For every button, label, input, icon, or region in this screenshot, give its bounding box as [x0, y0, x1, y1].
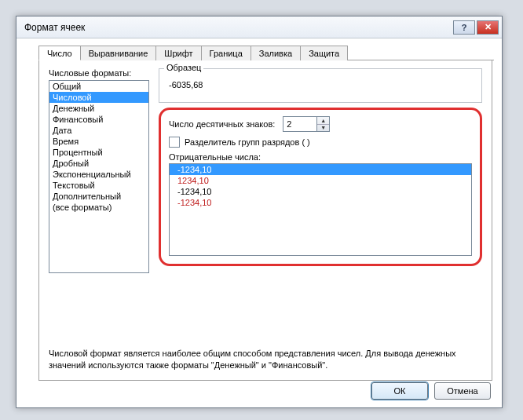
- category-item[interactable]: Общий: [49, 81, 148, 92]
- format-description: Числовой формат является наиболее общим …: [49, 348, 482, 371]
- spinner-arrows[interactable]: ▲ ▼: [317, 116, 330, 132]
- negatives-label: Отрицательные числа:: [169, 152, 472, 162]
- category-column: Числовые форматы: ОбщийЧисловойДенежныйФ…: [49, 68, 149, 273]
- tab-strip: ЧислоВыравниваниеШрифтГраницаЗаливкаЗащи…: [38, 45, 494, 60]
- dialog-window: Формат ячеек ? ✕ ЧислоВыравниваниеШрифтГ…: [16, 16, 503, 408]
- negative-format-item[interactable]: -1234,10: [170, 164, 471, 175]
- decimals-label: Число десятичных знаков:: [169, 119, 275, 129]
- tab-pane-number: Числовые форматы: ОбщийЧисловойДенежныйФ…: [38, 60, 492, 381]
- client-area: ЧислоВыравниваниеШрифтГраницаЗаливкаЗащи…: [16, 38, 502, 407]
- tab-0[interactable]: Число: [38, 46, 81, 60]
- negatives-list[interactable]: -1234,101234,10-1234,10-1234,10: [169, 163, 472, 256]
- thousands-separator-label: Разделитель групп разрядов ( ): [185, 137, 310, 147]
- category-item[interactable]: (все форматы): [49, 202, 148, 213]
- chevron-down-icon[interactable]: ▼: [317, 125, 329, 132]
- sample-value: -6035,68: [169, 80, 477, 89]
- tab-5[interactable]: Защита: [300, 46, 348, 60]
- negative-format-item[interactable]: -1234,10: [170, 197, 471, 208]
- chevron-up-icon[interactable]: ▲: [317, 117, 329, 125]
- dialog-buttons: ОК Отмена: [371, 382, 491, 400]
- category-item[interactable]: Экспоненциальный: [49, 169, 148, 180]
- tab-3[interactable]: Граница: [201, 46, 251, 60]
- category-item[interactable]: Дата: [49, 125, 148, 136]
- category-item[interactable]: Процентный: [49, 147, 148, 158]
- sample-box: Образец -6035,68: [159, 68, 482, 103]
- tab-1[interactable]: Выравнивание: [80, 46, 157, 60]
- close-button[interactable]: ✕: [477, 20, 499, 35]
- negative-format-item[interactable]: 1234,10: [170, 175, 471, 186]
- categories-list[interactable]: ОбщийЧисловойДенежныйФинансовыйДатаВремя…: [49, 80, 149, 273]
- decimals-input[interactable]: [283, 116, 317, 132]
- highlighted-options: Число десятичных знаков: ▲ ▼ Разделитель…: [159, 108, 482, 266]
- category-item[interactable]: Финансовый: [49, 114, 148, 125]
- category-item[interactable]: Числовой: [49, 92, 148, 103]
- cancel-button[interactable]: Отмена: [434, 382, 491, 400]
- window-title: Формат ячеек: [24, 22, 452, 33]
- category-item[interactable]: Время: [49, 136, 148, 147]
- category-item[interactable]: Денежный: [49, 103, 148, 114]
- detail-column: Образец -6035,68 Число десятичных знаков…: [159, 68, 482, 372]
- negative-format-item[interactable]: -1234,10: [170, 186, 471, 197]
- categories-label: Числовые форматы:: [49, 68, 149, 78]
- thousands-separator-checkbox[interactable]: [169, 137, 180, 148]
- titlebar: Формат ячеек ? ✕: [16, 16, 502, 38]
- category-item[interactable]: Дополнительный: [49, 191, 148, 202]
- category-item[interactable]: Дробный: [49, 158, 148, 169]
- ok-button[interactable]: ОК: [371, 382, 428, 400]
- tab-4[interactable]: Заливка: [251, 46, 301, 60]
- category-item[interactable]: Текстовый: [49, 180, 148, 191]
- sample-legend: Образец: [164, 63, 203, 72]
- tab-2[interactable]: Шрифт: [155, 46, 201, 60]
- decimals-spinner[interactable]: ▲ ▼: [283, 116, 330, 132]
- help-button[interactable]: ?: [453, 20, 475, 35]
